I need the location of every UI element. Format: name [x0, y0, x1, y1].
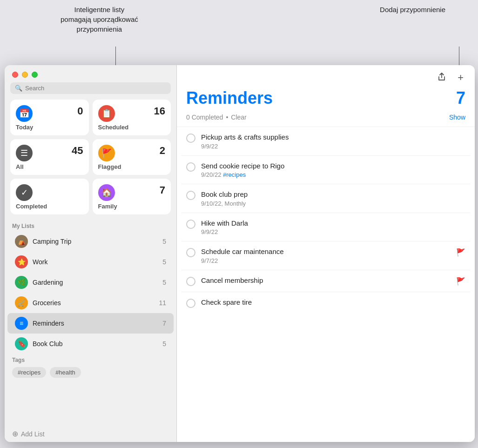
sidebar-item-reminders[interactable]: ≡ Reminders 7	[7, 313, 174, 334]
add-list-button[interactable]: ⊕ Add List	[5, 426, 176, 442]
search-input[interactable]	[25, 85, 166, 92]
smart-card-icon-all: ☰	[16, 145, 33, 161]
list-name-groceries: Groceries	[33, 299, 154, 307]
smart-card-scheduled[interactable]: 📋 16 Scheduled	[93, 100, 171, 135]
sidebar-item-bookclub[interactable]: 🔖 Book Club 5	[7, 334, 174, 354]
list-count-work: 5	[162, 258, 166, 266]
table-row[interactable]: Hike with Darla 9/9/22	[182, 213, 470, 242]
list-count-camping: 5	[162, 238, 166, 245]
search-bar[interactable]: 🔍	[10, 82, 171, 94]
close-button[interactable]	[12, 72, 18, 78]
smart-card-count-family: 7	[160, 184, 165, 196]
reminder-title-3: Book club prep	[201, 190, 465, 199]
tag-health[interactable]: #health	[50, 367, 81, 378]
smart-card-icon-scheduled: 📋	[98, 105, 115, 122]
completed-bar: 0 Completed • Clear Show	[177, 112, 475, 127]
list-name-work: Work	[33, 258, 158, 266]
clear-button[interactable]: Clear	[231, 114, 246, 121]
smart-card-icon-today: 📅	[16, 105, 33, 122]
reminder-checkbox-6[interactable]	[186, 277, 195, 286]
table-row[interactable]: Send cookie recipe to Rigo 9/20/22 #reci…	[182, 156, 470, 185]
smart-card-count-scheduled: 16	[154, 105, 165, 117]
reminder-list: Pickup arts & crafts supplies 9/9/22 Sen…	[177, 127, 475, 442]
reminder-checkbox-2[interactable]	[186, 162, 195, 172]
smart-card-family[interactable]: 🏠 7 Family	[93, 179, 171, 214]
flag-icon-5: 🚩	[456, 248, 465, 257]
sidebar: 🔍 📅 0 Today 📋 16 Scheduled ☰ 45 All 🚩 2 …	[5, 65, 177, 442]
list-icon-camping: ⛺	[15, 235, 28, 248]
reminder-checkbox-7[interactable]	[186, 299, 195, 308]
smart-card-count-flagged: 2	[160, 145, 165, 157]
reminder-checkbox-1[interactable]	[186, 134, 195, 143]
list-icon-gardening: 🌿	[15, 276, 28, 289]
maximize-button[interactable]	[32, 72, 38, 78]
tag-recipes[interactable]: #recipes	[12, 367, 46, 378]
list-icon-bookclub: 🔖	[15, 337, 28, 350]
list-count-groceries: 11	[159, 299, 166, 307]
app-window: 🔍 📅 0 Today 📋 16 Scheduled ☰ 45 All 🚩 2 …	[5, 65, 475, 442]
table-row[interactable]: Pickup arts & crafts supplies 9/9/22	[182, 127, 470, 156]
list-icon-work: ⭐	[15, 255, 28, 268]
sidebar-item-camping[interactable]: ⛺ Camping Trip 5	[7, 231, 174, 252]
reminder-checkbox-3[interactable]	[186, 191, 195, 200]
reminder-sub-4: 9/9/22	[201, 228, 465, 235]
reminder-checkbox-5[interactable]	[186, 248, 195, 257]
list-name-reminders: Reminders	[33, 320, 158, 327]
smart-card-label-today: Today	[16, 124, 83, 131]
reminder-body-7: Check spare tire	[201, 298, 465, 307]
completed-text: 0 Completed	[186, 114, 223, 121]
main-content: + Reminders 7 0 Completed • Clear Show P…	[177, 65, 475, 442]
reminder-body-1: Pickup arts & crafts supplies 9/9/22	[201, 133, 465, 150]
smart-card-label-all: All	[16, 163, 83, 170]
table-row[interactable]: Check spare tire	[182, 292, 470, 314]
callout-right: Dodaj przypomnienie	[380, 5, 445, 14]
sidebar-item-gardening[interactable]: 🌿 Gardening 5	[7, 272, 174, 293]
show-button[interactable]: Show	[449, 114, 465, 121]
tags-row: #recipes#health	[5, 365, 176, 380]
smart-card-all[interactable]: ☰ 45 All	[10, 139, 89, 175]
search-icon: 🔍	[15, 85, 22, 92]
my-lists-container: ⛺ Camping Trip 5 ⭐ Work 5 🌿 Gardening 5 …	[5, 231, 176, 354]
smart-card-label-scheduled: Scheduled	[98, 124, 166, 131]
reminder-sub-2: 9/20/22 #recipes	[201, 171, 465, 178]
smart-card-flagged[interactable]: 🚩 2 Flagged	[93, 139, 171, 175]
list-name-bookclub: Book Club	[33, 340, 158, 348]
sidebar-item-work[interactable]: ⭐ Work 5	[7, 252, 174, 272]
sidebar-item-groceries[interactable]: 🛒 Groceries 11	[7, 293, 174, 313]
reminder-checkbox-4[interactable]	[186, 220, 195, 229]
reminder-sub-3: 9/10/22, Monthly	[201, 200, 465, 207]
reminder-sub-5: 9/7/22	[201, 257, 451, 264]
list-count-reminders: 7	[162, 320, 166, 327]
smart-lists-grid: 📅 0 Today 📋 16 Scheduled ☰ 45 All 🚩 2 Fl…	[5, 100, 176, 220]
reminder-body-6: Cancel membership	[201, 276, 451, 285]
smart-card-icon-completed: ✓	[16, 184, 33, 201]
list-icon-reminders: ≡	[15, 317, 28, 330]
reminders-header: Reminders 7	[177, 88, 475, 112]
smart-card-icon-family: 🏠	[98, 184, 115, 201]
main-toolbar: +	[177, 65, 475, 88]
reminder-title-5: Schedule car maintenance	[201, 247, 451, 256]
smart-card-today[interactable]: 📅 0 Today	[10, 100, 89, 135]
smart-card-label-family: Family	[98, 203, 166, 210]
add-list-icon: ⊕	[12, 429, 18, 438]
smart-card-icon-flagged: 🚩	[98, 145, 115, 161]
reminder-body-2: Send cookie recipe to Rigo 9/20/22 #reci…	[201, 161, 465, 179]
minimize-button[interactable]	[22, 72, 28, 78]
reminder-body-5: Schedule car maintenance 9/7/22	[201, 247, 451, 264]
reminder-sub-1: 9/9/22	[201, 143, 465, 150]
smart-card-count-all: 45	[72, 145, 83, 157]
smart-card-label-flagged: Flagged	[98, 163, 166, 170]
smart-card-completed[interactable]: ✓ Completed	[10, 179, 89, 214]
reminder-title-7: Check spare tire	[201, 298, 465, 307]
table-row[interactable]: Schedule car maintenance 9/7/22 🚩	[182, 241, 470, 270]
table-row[interactable]: Cancel membership 🚩	[182, 270, 470, 292]
list-count-bookclub: 5	[162, 340, 166, 348]
share-button[interactable]	[434, 71, 449, 85]
list-count-gardening: 5	[162, 279, 166, 286]
table-row[interactable]: Book club prep 9/10/22, Monthly	[182, 184, 470, 213]
reminder-body-4: Hike with Darla 9/9/22	[201, 219, 465, 236]
reminder-title-2: Send cookie recipe to Rigo	[201, 161, 465, 171]
reminders-count: 7	[456, 88, 465, 108]
add-reminder-button[interactable]: +	[455, 71, 466, 85]
list-name-camping: Camping Trip	[33, 238, 158, 245]
